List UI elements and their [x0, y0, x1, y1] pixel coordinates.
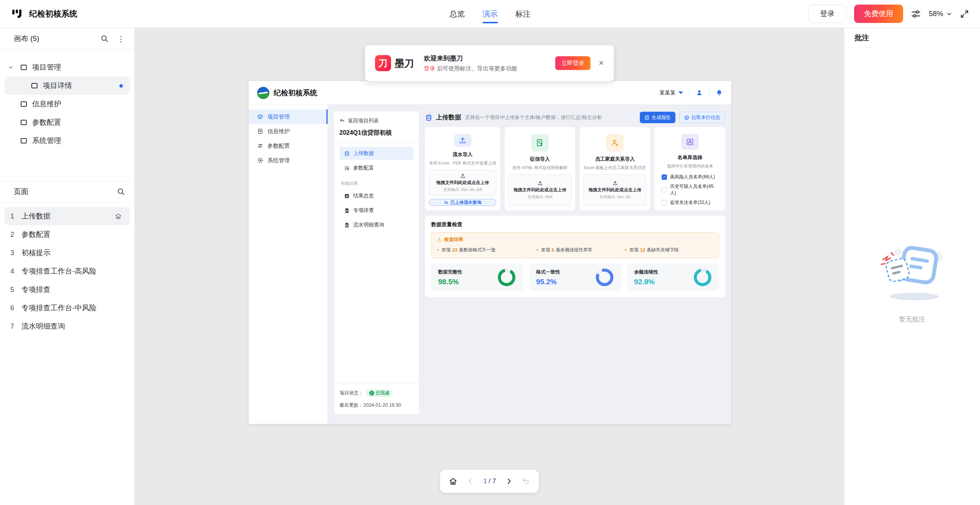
- login-button[interactable]: 登录: [808, 5, 846, 23]
- nav-project-management[interactable]: 项目管理: [249, 109, 328, 124]
- sub-nav-upload-data[interactable]: 上传数据: [339, 147, 414, 160]
- card-credit-import: 征信导入 支持 HTML 格式征信报告解析 拖拽文件到此处或点击上传 支持格式:…: [505, 127, 575, 210]
- card-desc: 选择中介库管理内的名单: [667, 163, 713, 169]
- chevron-right-icon: [505, 477, 513, 485]
- card-family-import: 员工家庭关系导入 Excel 模板上传员工家庭关系信息 拖拽文件到此处或点击上传…: [580, 127, 650, 210]
- tree-item-info-maintain[interactable]: 信息维护: [5, 95, 130, 113]
- nav-system-management[interactable]: 系统管理: [249, 153, 328, 168]
- project-sidebar: 返回项目列表 2024Q1信贷部初核 上传数据 参数配置: [334, 111, 419, 414]
- generate-report-button[interactable]: 生成报告: [640, 112, 675, 123]
- flow-dropzone[interactable]: 拖拽文件到此处或点击上传 支持格式: xlsx, xls, pdf: [429, 170, 496, 196]
- sub-nav-result-overview[interactable]: 结果总览: [339, 189, 414, 202]
- banner-login-link[interactable]: 登录: [424, 65, 435, 72]
- data-quality-panel: 数据质量检查 ⚠ 检查结果 •发现23条数据格式不一致 •发现5条余额连续性异常: [425, 216, 725, 297]
- app-root: 纪检初核系统 总览 演示 标注 登录 免费使用 58%: [0, 0, 980, 505]
- pull-bank-info-button[interactable]: 拉取本行信息: [679, 112, 725, 123]
- frame-icon: [31, 83, 38, 88]
- home-button[interactable]: [448, 477, 458, 486]
- prototype-body: 返回项目列表 2024Q1信贷部初核 上传数据 参数配置: [328, 105, 731, 424]
- brand-name: 墨刀: [395, 57, 414, 70]
- undo-button[interactable]: [522, 477, 530, 485]
- option-regulator-watch[interactable]: 监管关注名单(32人): [662, 199, 718, 206]
- login-now-button[interactable]: 立即登录: [555, 56, 590, 70]
- tree-item-param-config[interactable]: 参数配置: [5, 113, 130, 132]
- active-page-dot: [119, 84, 123, 88]
- next-page-button[interactable]: [505, 477, 513, 485]
- credit-dropzone[interactable]: 拖拽文件到此处或点击上传 支持格式: html: [509, 174, 571, 206]
- undo-icon: [522, 477, 530, 485]
- nav-info-maintain[interactable]: 信息维护: [249, 124, 328, 138]
- card-title: 流水导入: [453, 151, 473, 158]
- updated-value: 2024-01-20 15:30: [364, 402, 401, 408]
- page-item-2[interactable]: 2 参数配置: [5, 225, 130, 244]
- fullscreen-icon[interactable]: [960, 9, 969, 19]
- dropdown-triangle-icon: [678, 91, 683, 94]
- family-dropzone[interactable]: 拖拽文件到此处或点击上传 支持格式: xlsx, xls: [584, 174, 646, 206]
- chevron-down-icon: [8, 65, 13, 70]
- page-item-7[interactable]: 7 流水明细查询: [5, 317, 130, 336]
- document-search-icon: [344, 222, 350, 228]
- donut-chart: [596, 269, 613, 286]
- empty-annotations-label: 暂无批注: [899, 315, 925, 324]
- search-icon[interactable]: [100, 34, 109, 43]
- tab-presentation[interactable]: 演示: [483, 0, 498, 28]
- status-badge: ✓ 已完成: [366, 389, 393, 397]
- user-icon[interactable]: [696, 89, 703, 96]
- pages-header: 页面: [0, 181, 134, 202]
- card-desc: 支持 Excel、PDF 格式文件批量上传: [429, 160, 496, 166]
- chevron-left-icon: [466, 477, 474, 485]
- mockingbot-logo-icon: [11, 7, 24, 20]
- tab-overview[interactable]: 总览: [450, 0, 465, 28]
- more-options-icon[interactable]: ⋮: [117, 35, 125, 43]
- sub-nav-param-config[interactable]: 参数配置: [339, 161, 414, 174]
- tree-item-project-management[interactable]: 项目管理: [5, 58, 130, 77]
- checkbox-icon[interactable]: [662, 187, 667, 192]
- page-item-3[interactable]: 3 初核提示: [5, 244, 130, 262]
- project-status-footer: 项目状态： ✓ 已完成 最后更新：2024-01-20 15:30: [334, 383, 419, 409]
- home-icon: [448, 477, 458, 486]
- upload-cards: 流水导入 支持 Excel、PDF 格式文件批量上传 拖拽文件到此处或点击上传 …: [425, 127, 725, 210]
- check-result-alert: ⚠ 检查结果 •发现23条数据格式不一致 •发现5条余额连续性异常 •发现12条…: [431, 232, 719, 258]
- tree-item-project-detail[interactable]: 项目详情: [5, 77, 130, 95]
- option-history-suspect[interactable]: 历史可疑人员名单(45人): [662, 183, 718, 196]
- upload-icon: [612, 180, 618, 186]
- banner-title: 欢迎来到墨刀: [424, 54, 555, 63]
- upload-data-page: 上传数据 支持在一个项目中上传多个主体/账户数据，进行汇总/独立分析 生成报告 …: [425, 111, 725, 424]
- zoom-control[interactable]: 58%: [929, 10, 952, 18]
- upload-icon: [454, 134, 471, 147]
- checkbox-checked-icon[interactable]: ✓: [662, 174, 667, 180]
- nav-param-config[interactable]: 参数配置: [249, 138, 328, 153]
- updated-label: 最后更新：: [339, 402, 364, 408]
- uploaded-flow-query-button[interactable]: 已上传流水查询: [429, 199, 496, 206]
- page-item-1[interactable]: 1 上传数据: [5, 207, 130, 225]
- option-high-risk[interactable]: ✓ 高风险人员名单(68人): [662, 174, 718, 180]
- finding-balance: •发现5条余额连续性异常: [536, 247, 625, 253]
- page-item-6[interactable]: 6 专项排查工作台-中风险: [5, 299, 130, 317]
- tab-annotation[interactable]: 标注: [515, 0, 531, 28]
- prototype-user-area: 某某某: [659, 89, 723, 97]
- bar-chart-icon: [344, 193, 350, 199]
- bank-logo-icon: [257, 87, 269, 99]
- metric-format-consistency: 格式一致性 95.2%: [529, 264, 621, 291]
- search-icon[interactable]: [117, 187, 125, 196]
- page-counter: 1 / 7: [483, 477, 496, 485]
- username[interactable]: 某某某: [659, 90, 675, 96]
- back-to-project-list[interactable]: 返回项目列表: [339, 117, 414, 124]
- preferences-icon[interactable]: [911, 9, 921, 19]
- document-check-icon: [344, 208, 350, 213]
- sub-nav-special-check[interactable]: 专项排查: [339, 204, 414, 217]
- page-item-4[interactable]: 4 专项排查工作台-高风险: [5, 262, 130, 280]
- prototype-frame: 纪检初核系统 某某某: [249, 81, 731, 424]
- close-icon[interactable]: ×: [599, 59, 604, 67]
- sub-nav-flow-detail[interactable]: 流水明细查询: [339, 218, 414, 231]
- finding-missing: •发现12条缺失关键字段: [625, 247, 713, 253]
- free-trial-button[interactable]: 免费使用: [854, 5, 903, 23]
- bell-icon[interactable]: [716, 89, 723, 96]
- tree-item-system-management[interactable]: 系统管理: [5, 132, 130, 150]
- checkbox-icon[interactable]: [662, 200, 667, 205]
- card-flow-import: 流水导入 支持 Excel、PDF 格式文件批量上传 拖拽文件到此处或点击上传 …: [425, 127, 500, 210]
- card-title: 征信导入: [530, 156, 550, 163]
- page-item-5[interactable]: 5 专项排查: [5, 280, 130, 299]
- document-upload-icon: [531, 134, 549, 152]
- prev-page-button[interactable]: [466, 477, 474, 485]
